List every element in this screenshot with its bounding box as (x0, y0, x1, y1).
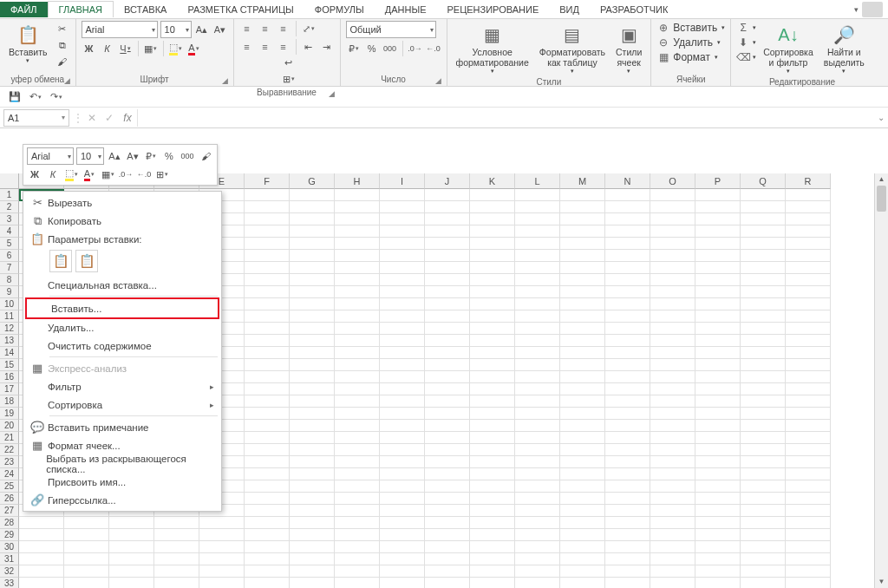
cell[interactable] (109, 517, 154, 529)
cell[interactable] (650, 408, 695, 420)
cell[interactable] (425, 395, 470, 408)
cell[interactable] (786, 225, 831, 238)
cell[interactable] (650, 323, 695, 335)
cell[interactable] (560, 578, 605, 588)
cm-insert[interactable]: Вставить... (27, 299, 218, 317)
cell[interactable] (695, 225, 741, 238)
cell[interactable] (335, 468, 380, 480)
mini-fill-color[interactable]: ⬚ (63, 167, 79, 182)
cell[interactable] (560, 286, 605, 298)
cell[interactable] (425, 578, 470, 588)
row-header[interactable]: 21 (0, 432, 19, 444)
cell[interactable] (335, 359, 380, 371)
cell[interactable] (560, 408, 605, 420)
cell[interactable] (335, 371, 380, 383)
redo-button[interactable]: ↷ (49, 89, 64, 105)
cell[interactable] (335, 456, 380, 468)
cell[interactable] (695, 262, 741, 274)
cell[interactable] (515, 310, 560, 323)
cell[interactable] (515, 541, 560, 553)
row-header[interactable]: 8 (0, 274, 19, 286)
paste-button[interactable]: 📋 Вставить ▾ (5, 21, 51, 66)
cell[interactable] (741, 201, 786, 213)
cell[interactable] (380, 529, 425, 541)
mini-italic[interactable]: К (45, 167, 61, 182)
cell[interactable] (470, 444, 515, 456)
cell[interactable] (605, 395, 650, 408)
mini-increase-font[interactable]: A▴ (107, 148, 122, 164)
scroll-up-arrow[interactable]: ▲ (875, 173, 888, 186)
number-dialog-launcher[interactable]: ◢ (435, 76, 441, 85)
cell[interactable] (695, 395, 741, 408)
cell[interactable] (515, 262, 560, 274)
cell[interactable] (470, 480, 515, 493)
cell[interactable] (786, 493, 831, 505)
cell[interactable] (515, 408, 560, 420)
cell[interactable] (741, 347, 786, 359)
cell[interactable] (605, 371, 650, 383)
cell[interactable] (154, 517, 199, 529)
cell[interactable] (290, 310, 335, 323)
row-header[interactable]: 20 (0, 420, 19, 432)
mini-inc-decimal[interactable]: .0→ (118, 167, 134, 182)
decrease-indent-button[interactable]: ⇤ (301, 39, 317, 55)
increase-font-button[interactable]: A▴ (194, 22, 210, 37)
cell[interactable] (560, 262, 605, 274)
cell[interactable] (380, 505, 425, 517)
cell[interactable] (695, 189, 741, 201)
cell[interactable] (560, 298, 605, 310)
cell[interactable] (741, 225, 786, 238)
cell[interactable] (290, 541, 335, 553)
cell[interactable] (154, 529, 199, 541)
column-header[interactable]: Q (741, 173, 786, 189)
number-format-combo[interactable]: Общий▾ (346, 21, 436, 38)
cell[interactable] (741, 468, 786, 480)
cell[interactable] (695, 505, 741, 517)
cell[interactable] (560, 335, 605, 347)
cell[interactable] (605, 541, 650, 553)
cell[interactable] (786, 335, 831, 347)
cell[interactable] (605, 493, 650, 505)
cell[interactable] (425, 468, 470, 480)
cell[interactable] (605, 456, 650, 468)
cell[interactable] (470, 298, 515, 310)
cell[interactable] (380, 480, 425, 493)
cell[interactable] (425, 238, 470, 250)
cell[interactable] (380, 456, 425, 468)
cell[interactable] (695, 565, 741, 578)
cell[interactable] (245, 335, 290, 347)
cell[interactable] (741, 529, 786, 541)
cell[interactable] (245, 529, 290, 541)
cell[interactable] (470, 493, 515, 505)
column-header[interactable]: L (515, 173, 560, 189)
column-header[interactable]: O (650, 173, 695, 189)
cm-copy[interactable]: ⧉Копировать (23, 212, 221, 230)
cell[interactable] (695, 250, 741, 262)
cell[interactable] (290, 383, 335, 395)
cell[interactable] (64, 529, 109, 541)
cell[interactable] (425, 286, 470, 298)
cell[interactable] (786, 505, 831, 517)
cell[interactable] (741, 213, 786, 225)
cell[interactable] (245, 468, 290, 480)
cell[interactable] (290, 480, 335, 493)
row-header[interactable]: 30 (0, 541, 19, 553)
cell[interactable] (650, 383, 695, 395)
format-cells-button[interactable]: ▦Формат▾ (656, 50, 718, 64)
cell[interactable] (560, 529, 605, 541)
cell[interactable] (786, 444, 831, 456)
cell[interactable] (425, 517, 470, 529)
cell[interactable] (245, 493, 290, 505)
font-color-button[interactable]: A (186, 41, 202, 56)
cell[interactable] (64, 578, 109, 588)
cell[interactable] (560, 274, 605, 286)
cell[interactable] (650, 298, 695, 310)
cell[interactable] (335, 225, 380, 238)
cell[interactable] (515, 383, 560, 395)
cell[interactable] (650, 578, 695, 588)
cell[interactable] (650, 493, 695, 505)
row-header[interactable]: 25 (0, 480, 19, 493)
cell[interactable] (245, 347, 290, 359)
cell[interactable] (335, 347, 380, 359)
merge-button[interactable]: ⊞ (243, 71, 335, 87)
